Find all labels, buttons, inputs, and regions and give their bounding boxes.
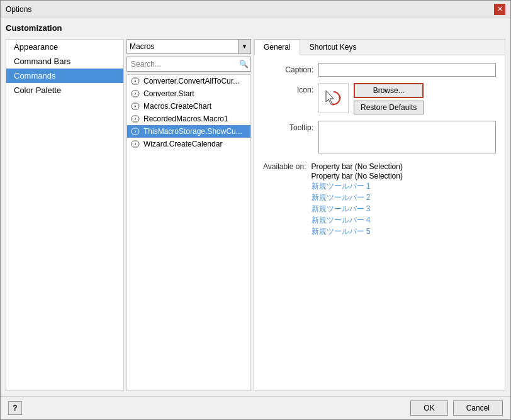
command-label: ThisMacroStorage.ShowCu... — [143, 127, 242, 136]
title-bar: Options ✕ — [1, 1, 510, 18]
footer-left: ? — [8, 401, 22, 415]
search-input[interactable] — [127, 57, 237, 71]
caption-label: Caption: — [263, 65, 313, 74]
macro-icon — [131, 114, 140, 123]
dialog-body: Customization Appearance Command Bars Co… — [1, 18, 510, 396]
command-item[interactable]: Wizard.CreateCalendar — [127, 138, 250, 150]
search-icon: 🔍 — [237, 57, 250, 71]
available-on-item: 新規ツールバー 1 — [312, 181, 403, 192]
close-button[interactable]: ✕ — [494, 4, 505, 15]
available-on-item: Property bar (No Selection) — [312, 162, 403, 171]
tooltip-label: Tooltip: — [263, 123, 313, 132]
command-item-selected[interactable]: ThisMacroStorage.ShowCu... — [127, 125, 250, 138]
ok-button[interactable]: OK — [410, 401, 447, 416]
dialog-title: Options — [6, 5, 31, 14]
left-panel: Appearance Command Bars Commands Color P… — [6, 39, 124, 391]
macro-icon — [131, 77, 140, 86]
available-on-item: 新規ツールバー 2 — [312, 192, 403, 203]
available-on-label: Available on: — [263, 162, 306, 237]
dropdown-arrow-icon[interactable]: ▼ — [239, 39, 251, 54]
command-label: Converter.Start — [143, 89, 194, 98]
tooltip-row: Tooltip: — [263, 121, 496, 153]
right-panel: General Shortcut Keys Caption: Ico — [254, 39, 505, 391]
icon-row: Icon: — [263, 83, 496, 114]
browse-button[interactable]: Browse... — [354, 83, 424, 98]
tab-shortcut-keys[interactable]: Shortcut Keys — [300, 40, 366, 55]
icon-buttons: Browse... Restore Defaults — [354, 83, 424, 114]
customization-heading: Customization — [6, 23, 505, 33]
macro-icon — [131, 127, 140, 136]
icon-label: Icon: — [263, 86, 313, 94]
tab-content: Caption: Icon: — [254, 55, 505, 245]
center-panel: Macros ▼ 🔍 Converter.C — [126, 39, 251, 391]
available-on-item: 新規ツールバー 4 — [312, 215, 403, 226]
tab-general[interactable]: General — [254, 40, 300, 55]
available-on-item: 新規ツールバー 3 — [312, 204, 403, 214]
help-button[interactable]: ? — [8, 401, 22, 415]
command-item[interactable]: RecordedMacros.Macro1 — [127, 113, 250, 125]
macro-icon — [131, 140, 140, 148]
sidebar-item-appearance[interactable]: Appearance — [6, 40, 123, 54]
footer-right: OK Cancel — [410, 401, 503, 416]
restore-defaults-button[interactable]: Restore Defaults — [354, 101, 424, 114]
caption-input[interactable] — [318, 63, 496, 77]
command-item[interactable]: Converter.ConvertAllToCur... — [127, 75, 250, 87]
command-item[interactable]: Macros.CreateChart — [127, 100, 250, 113]
icon-preview — [318, 83, 349, 113]
command-item[interactable]: Converter.Start — [127, 87, 250, 100]
command-label: Wizard.CreateCalendar — [143, 140, 222, 148]
tooltip-input[interactable] — [318, 121, 496, 153]
available-on-list: Property bar (No Selection) Property bar… — [312, 162, 403, 237]
command-label: Converter.ConvertAllToCur... — [143, 77, 239, 86]
command-label: Macros.CreateChart — [143, 102, 211, 111]
dialog-footer: ? OK Cancel — [1, 396, 510, 419]
dropdown-row: Macros ▼ — [126, 39, 251, 54]
caption-row: Caption: — [263, 63, 496, 77]
sidebar-item-commands[interactable]: Commands — [6, 69, 123, 83]
macro-icon — [131, 89, 140, 98]
macro-icon — [131, 102, 140, 111]
cancel-button[interactable]: Cancel — [453, 401, 503, 416]
sidebar-item-color-palette[interactable]: Color Palette — [6, 83, 123, 97]
options-dialog: Options ✕ Customization Appearance Comma… — [0, 0, 511, 420]
available-on-item: 新規ツールバー 5 — [312, 226, 403, 237]
command-preview-icon — [322, 87, 345, 109]
commands-list: Converter.ConvertAllToCur... Converter.S… — [126, 74, 251, 391]
search-row: 🔍 — [126, 57, 251, 72]
command-label: RecordedMacros.Macro1 — [143, 114, 228, 123]
sidebar-item-command-bars[interactable]: Command Bars — [6, 54, 123, 69]
main-content: Appearance Command Bars Commands Color P… — [6, 39, 505, 391]
available-on-item: Property bar (No Selection) — [312, 172, 403, 180]
tabs-row: General Shortcut Keys — [254, 40, 505, 55]
macros-dropdown[interactable]: Macros — [126, 39, 239, 54]
available-on-section: Available on: Property bar (No Selection… — [263, 162, 496, 237]
